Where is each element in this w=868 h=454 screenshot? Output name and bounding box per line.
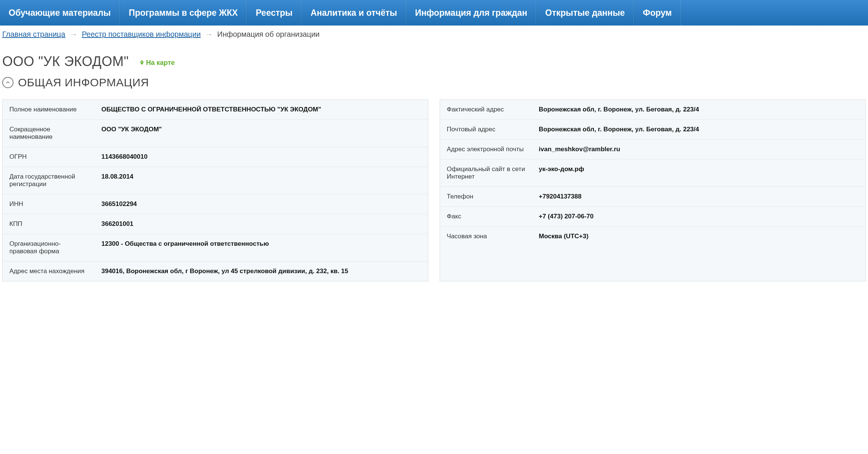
info-label: Сокращенное наименование xyxy=(3,120,95,147)
chevron-up-icon xyxy=(5,80,11,85)
page-title: ООО "УК ЭКОДОМ" xyxy=(2,54,129,69)
info-row: КПП366201001 xyxy=(3,214,428,234)
info-value: 18.08.2014 xyxy=(95,167,428,194)
info-columns: Полное наименованиеОБЩЕСТВО С ОГРАНИЧЕНН… xyxy=(0,99,868,289)
info-value: 1143668040010 xyxy=(95,147,428,167)
info-label: Фактический адрес xyxy=(440,100,532,119)
info-label: Факс xyxy=(440,207,532,226)
info-row: Адрес места нахождения394016, Воронежска… xyxy=(3,262,428,281)
info-row: Сокращенное наименованиеООО "УК ЭКОДОМ" xyxy=(3,120,428,147)
breadcrumb-registry[interactable]: Реестр поставщиков информации xyxy=(82,30,201,39)
info-label: Адрес места нахождения xyxy=(3,262,95,281)
info-row: Фактический адресВоронежская обл, г. Вор… xyxy=(440,100,865,120)
map-pin-icon xyxy=(139,59,145,66)
nav-item-open-data[interactable]: Открытые данные xyxy=(536,0,634,26)
info-row: Факс+7 (473) 207-06-70 xyxy=(440,207,865,227)
info-value: Воронежская обл, г. Воронеж, ул. Беговая… xyxy=(532,120,865,139)
info-value: +7 (473) 207-06-70 xyxy=(532,207,865,226)
info-row: Организационно-правовая форма12300 - Общ… xyxy=(3,234,428,262)
map-link[interactable]: На карте xyxy=(139,59,175,67)
breadcrumb-current: Информация об организации xyxy=(217,30,320,39)
top-nav: Обучающие материалы Программы в сфере ЖК… xyxy=(0,0,868,26)
info-value: ОБЩЕСТВО С ОГРАНИЧЕННОЙ ОТВЕТСТВЕННОСТЬЮ… xyxy=(95,100,428,119)
info-value: 394016, Воронежская обл, г Воронеж, ул 4… xyxy=(95,262,428,281)
section-header: ОБЩАЯ ИНФОРМАЦИЯ xyxy=(0,73,868,99)
info-label: Телефон xyxy=(440,187,532,206)
info-row: Телефон+79204137388 xyxy=(440,187,865,207)
info-label: ИНН xyxy=(3,194,95,214)
info-row: Почтовый адресВоронежская обл, г. Вороне… xyxy=(440,120,865,140)
info-value: +79204137388 xyxy=(532,187,865,206)
info-label: КПП xyxy=(3,214,95,234)
info-value: 12300 - Общества с ограниченной ответств… xyxy=(95,234,428,261)
info-row: Адрес электронной почтыivan_meshkov@ramb… xyxy=(440,140,865,159)
info-label: Организационно-правовая форма xyxy=(3,234,95,261)
nav-item-analytics[interactable]: Аналитика и отчёты xyxy=(301,0,406,26)
info-row: ИНН3665102294 xyxy=(3,194,428,214)
nav-item-materials[interactable]: Обучающие материалы xyxy=(0,0,120,26)
map-link-label: На карте xyxy=(146,59,175,67)
info-label: Официальный сайт в сети Интернет xyxy=(440,159,532,186)
arrow-icon: → xyxy=(205,30,213,39)
info-value: ООО "УК ЭКОДОМ" xyxy=(95,120,428,147)
info-value: Москва (UTC+3) xyxy=(532,227,865,246)
info-row: ОГРН1143668040010 xyxy=(3,147,428,167)
info-value: ivan_meshkov@rambler.ru xyxy=(532,140,865,159)
nav-item-forum[interactable]: Форум xyxy=(634,0,681,26)
info-label: Адрес электронной почты xyxy=(440,140,532,159)
nav-item-programs[interactable]: Программы в сфере ЖКХ xyxy=(120,0,247,26)
page-title-row: ООО "УК ЭКОДОМ" На карте xyxy=(0,39,868,73)
info-value: 366201001 xyxy=(95,214,428,234)
breadcrumb: Главная страница → Реестр поставщиков ин… xyxy=(0,26,868,39)
nav-item-registries[interactable]: Реестры xyxy=(247,0,301,26)
info-label: Полное наименование xyxy=(3,100,95,119)
nav-item-citizens[interactable]: Информация для граждан xyxy=(406,0,536,26)
info-row: Официальный сайт в сети Интернетук-эко-д… xyxy=(440,159,865,187)
arrow-icon: → xyxy=(70,30,77,39)
section-title: ОБЩАЯ ИНФОРМАЦИЯ xyxy=(18,76,149,89)
info-row: Часовая зонаМосква (UTC+3) xyxy=(440,227,865,246)
info-label: Часовая зона xyxy=(440,227,532,246)
breadcrumb-home[interactable]: Главная страница xyxy=(2,30,65,39)
info-label: Почтовый адрес xyxy=(440,120,532,139)
info-value: Воронежская обл, г. Воронеж, ул. Беговая… xyxy=(532,100,865,119)
info-value: 3665102294 xyxy=(95,194,428,214)
info-row: Полное наименованиеОБЩЕСТВО С ОГРАНИЧЕНН… xyxy=(3,100,428,120)
info-card-right: Фактический адресВоронежская обл, г. Вор… xyxy=(440,99,866,281)
info-label: Дата государственной регистрации xyxy=(3,167,95,194)
info-card-left: Полное наименованиеОБЩЕСТВО С ОГРАНИЧЕНН… xyxy=(2,99,428,281)
info-row: Дата государственной регистрации18.08.20… xyxy=(3,167,428,194)
info-value: ук-эко-дом.рф xyxy=(532,159,865,186)
info-label: ОГРН xyxy=(3,147,95,167)
collapse-toggle[interactable] xyxy=(2,77,14,88)
